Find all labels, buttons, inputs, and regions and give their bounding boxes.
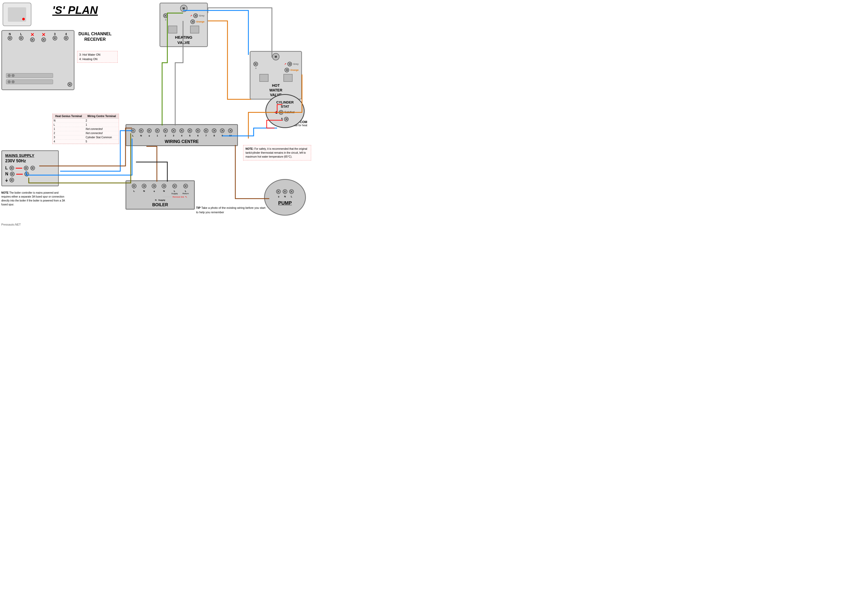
pressauto-label: Pressauto.NET [1,223,21,226]
boiler-terminals: L N ⏚ N L Supply L Return [128,183,192,196]
screw-l [19,36,24,40]
table-row: Cylinder Stat Common [84,135,119,139]
tip-note: TIP Take a photo of the existing wiring … [196,206,267,214]
receiver-box: N L ✕ ✕ 3 4 [1,30,75,90]
hot-water-valve: M ⏚ ↗ Grey Orange [250,51,302,100]
terminal-3: 3 [52,32,57,43]
terminal-4: 4 [64,32,69,43]
table-row: Not connected [84,127,119,131]
note-box-right: NOTE: For safety, it is recommended that… [243,145,311,160]
hv-screw-orange [190,19,195,24]
hv-screw1 [163,13,168,18]
heating-valve: M ⏚ ↗ Grey Orange [160,3,208,47]
screw-n [7,36,12,40]
screw-x1 [30,37,35,42]
pump: ⏚ N L PUMP [264,179,306,215]
mains-l-screw [9,166,14,170]
receiver-earth-screw [67,82,72,88]
screw-4 [64,36,69,40]
table-row: 1 [84,123,119,127]
mains-earth-screw [9,178,14,182]
mains-l-screw3 [30,166,35,170]
table-row: 3 [52,135,84,139]
receiver-note: 3: Hot Water ON 4: Heating ON [77,51,118,63]
terminal-n: N [7,32,12,43]
mains-supply: MAINS SUPPLY 230V 50Hz L N ⏚ [1,150,59,186]
screw-3 [52,36,57,40]
terminal-x2: ✕ [41,32,46,43]
boiler-title: BOILER [128,203,192,207]
wire-connectors [6,73,53,84]
heating-valve-motor: M [180,5,187,12]
cyl-screw-2 [279,110,283,115]
terminal-x1: ✕ [30,32,35,43]
cylinder-stat: CYLINDER STAT 2 Satisfied 1 COM Call for… [263,94,307,127]
table-row: L [52,123,84,127]
wiring-centre-top-row: L N ⏚ 1 2 3 4 5 6 7 8 9 10 [127,127,236,138]
bottom-note: NOTE The boiler controller is mains powe… [1,191,67,206]
mains-n-screw [10,172,15,176]
cylinder-oval: CYLINDER STAT 2 Satisfied 1 [265,94,305,128]
mains-n-screw2 [24,172,29,176]
table-row: 2 [52,131,84,135]
mains-title: MAINS SUPPLY [5,153,55,158]
hwv-screw-grey [287,62,292,66]
table-row: 2 [84,119,119,123]
remove-link-label: Remove link [172,196,184,198]
receiver-terminals: N L ✕ ✕ 3 4 [2,31,74,43]
cyl-screw-1 [284,117,289,121]
boiler: L N ⏚ N L Supply L Return ────── Remove … [126,180,195,209]
thermostat-dot [22,18,25,20]
table-row: 5 [84,139,119,144]
hwv-screw1 [253,62,258,66]
thermostat-device [3,3,31,26]
screw-x2 [41,37,46,42]
table-row: 4 [52,139,84,144]
wiring-centre-title: WIRING CENTRE [127,139,236,144]
wiring-centre: L N ⏚ 1 2 3 4 5 6 7 8 9 10 WIRING CENTRE [126,124,238,146]
diagram-container: 'S' PLAN N L ✕ ✕ 3 [0,0,314,227]
dual-channel-label: DUAL CHANNEL RECEIVER [78,31,112,42]
mains-l-screw2 [24,166,28,170]
table-row: 1 [52,127,84,131]
terminal-l: L [19,32,24,43]
pump-title: PUMP [278,200,292,206]
heating-valve-title: HEATING VALVE [162,35,206,45]
hwv-screw-orange [284,68,289,72]
hv-screw-grey [193,13,198,18]
table-row: Not connected [84,131,119,135]
mains-voltage: 230V 50Hz [5,158,55,163]
table-row: N [52,119,84,123]
terminal-table: Heat Genius Terminal Wiring Centre Termi… [52,114,119,144]
thermostat-inner [8,7,26,22]
hwv-motor: M [272,53,280,60]
page-title: 'S' PLAN [52,4,98,16]
